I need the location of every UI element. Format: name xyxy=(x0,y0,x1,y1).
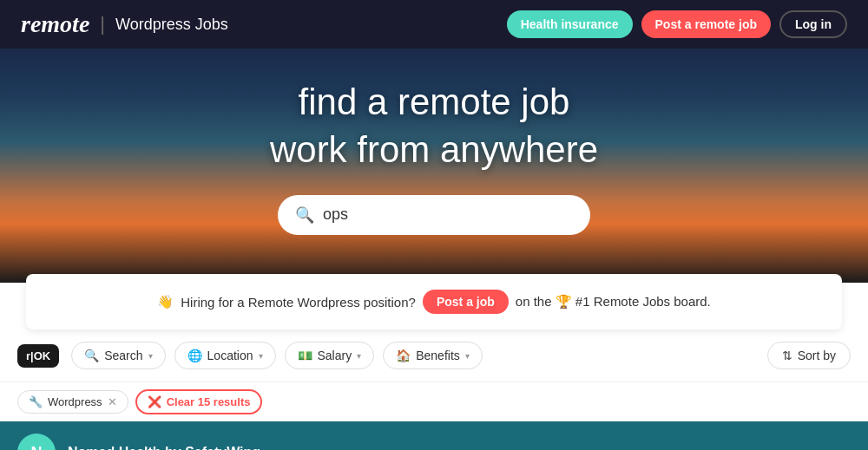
clear-results-label: Clear 15 results xyxy=(167,395,251,408)
location-globe-icon: 🌐 xyxy=(187,349,202,362)
location-chevron-icon: ▾ xyxy=(259,351,263,361)
hiring-suffix: on the 🏆 #1 Remote Jobs board. xyxy=(516,294,711,310)
benefits-icon: 🏠 xyxy=(396,349,411,362)
hiring-emoji: 👋 xyxy=(157,294,174,310)
location-filter-label: Location xyxy=(207,349,253,362)
hiring-text: Hiring for a Remote Wordpress position? xyxy=(181,295,416,310)
clear-x-icon: ❌ xyxy=(148,395,161,408)
hero-title-line2: work from anywhere xyxy=(270,129,598,170)
sort-by-label: Sort by xyxy=(798,349,836,362)
wordpress-tag-icon: 🔧 xyxy=(29,395,43,408)
search-filter-label: Search xyxy=(104,349,142,362)
search-icon: 🔍 xyxy=(295,205,314,225)
search-chevron-icon: ▾ xyxy=(148,351,153,361)
post-remote-job-button[interactable]: Post a remote job xyxy=(641,10,771,38)
health-insurance-button[interactable]: Health insurance xyxy=(507,10,633,38)
hero-title-line1: find a remote job xyxy=(299,82,570,122)
clear-results-button[interactable]: ❌ Clear 15 results xyxy=(135,389,263,414)
salary-filter-button[interactable]: 💵 Salary ▾ xyxy=(285,342,375,369)
brand-badge[interactable]: r|OK xyxy=(17,344,59,368)
hero-section: find a remote job work from anywhere 🔍 xyxy=(0,49,868,283)
hiring-banner: 👋 Hiring for a Remote Wordpress position… xyxy=(26,274,842,329)
search-input[interactable] xyxy=(323,205,573,224)
header: remote | Wordpress Jobs Health insurance… xyxy=(0,0,868,49)
search-filter-button[interactable]: 🔍 Search ▾ xyxy=(71,342,165,369)
logo-subtitle: Wordpress Jobs xyxy=(115,16,228,34)
benefits-filter-button[interactable]: 🏠 Benefits ▾ xyxy=(383,342,483,369)
tags-row: 🔧 Wordpress ✕ ❌ Clear 15 results xyxy=(0,382,868,421)
company-avatar: N xyxy=(17,434,56,450)
logo-remote: remote xyxy=(21,10,89,38)
company-name: Nomad Health by SafetyWing xyxy=(68,445,851,450)
wordpress-tag-close-icon[interactable]: ✕ xyxy=(108,395,117,408)
logo-divider: | xyxy=(100,13,105,36)
salary-chevron-icon: ▾ xyxy=(357,351,361,361)
sort-icon: ⇅ xyxy=(782,349,792,362)
login-button[interactable]: Log in xyxy=(779,10,847,38)
header-nav: Health insurance Post a remote job Log i… xyxy=(507,10,847,38)
job-info: Nomad Health by SafetyWing xyxy=(68,445,851,450)
hero-title: find a remote job work from anywhere xyxy=(270,79,598,173)
search-bar: 🔍 xyxy=(278,195,590,235)
company-initial: N xyxy=(31,444,43,451)
benefits-filter-label: Benefits xyxy=(416,349,460,362)
location-filter-button[interactable]: 🌐 Location ▾ xyxy=(174,342,276,369)
job-listing-row[interactable]: N Nomad Health by SafetyWing xyxy=(0,421,868,450)
search-filter-icon: 🔍 xyxy=(84,349,99,362)
wordpress-tag-label: Wordpress xyxy=(48,395,102,408)
wordpress-tag: 🔧 Wordpress ✕ xyxy=(17,390,128,414)
sort-by-button[interactable]: ⇅ Sort by xyxy=(767,342,851,369)
logo: remote | Wordpress Jobs xyxy=(21,10,228,38)
salary-filter-label: Salary xyxy=(318,349,352,362)
salary-icon: 💵 xyxy=(298,349,312,362)
benefits-chevron-icon: ▾ xyxy=(465,351,470,361)
filter-bar: r|OK 🔍 Search ▾ 🌐 Location ▾ 💵 Salary ▾ … xyxy=(0,329,868,382)
post-job-inline-button[interactable]: Post a job xyxy=(423,290,509,314)
